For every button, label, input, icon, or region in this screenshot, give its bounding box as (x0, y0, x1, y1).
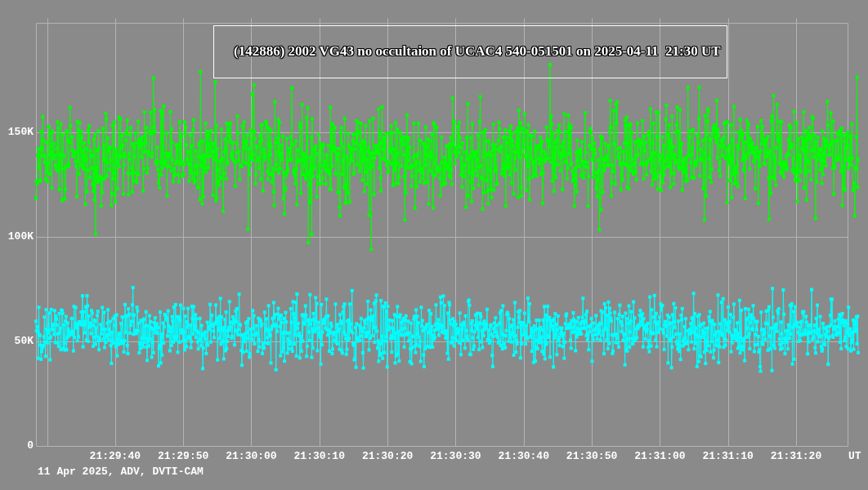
tangra-lightcurve-window: ADU 20250411_212927_816x620_G41dBD_0080m… (0, 0, 868, 490)
plot-title-box: (142886) 2002 VG43 no occultaion of UCAC… (213, 25, 727, 78)
plot-title-text: (142886) 2002 VG43 no occultaion of UCAC… (234, 43, 721, 59)
